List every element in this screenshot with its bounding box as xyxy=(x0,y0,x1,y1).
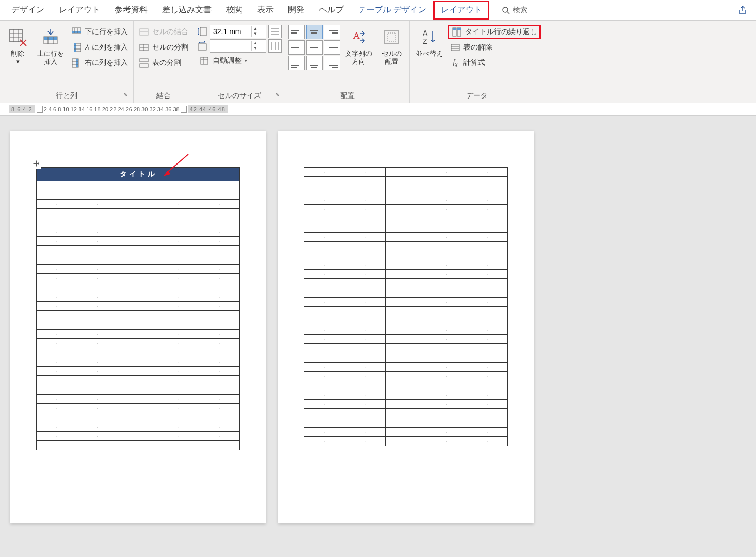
table-cell[interactable]: · xyxy=(199,227,240,237)
tab-references[interactable]: 参考資料 xyxy=(107,1,155,20)
table-cell[interactable]: · xyxy=(304,260,345,270)
table-cell[interactable]: · xyxy=(385,390,426,400)
table-cell[interactable]: · xyxy=(199,311,240,320)
table-cell[interactable]: · xyxy=(118,413,158,422)
table-cell[interactable]: · xyxy=(118,376,158,385)
width-up[interactable]: ▲ xyxy=(252,41,259,46)
table-cell[interactable]: · xyxy=(118,339,158,348)
table-cell[interactable]: · xyxy=(199,320,240,330)
width-down[interactable]: ▼ xyxy=(252,46,259,51)
table-cell[interactable]: · xyxy=(77,367,118,376)
table-cell[interactable]: · xyxy=(158,357,199,367)
table-cell[interactable]: · xyxy=(304,251,345,260)
table-cell[interactable]: · xyxy=(199,237,240,246)
align-top-left[interactable] xyxy=(288,25,305,39)
table-cell[interactable]: · xyxy=(426,288,467,298)
table-cell[interactable]: · xyxy=(467,353,508,363)
table-cell[interactable]: · xyxy=(304,372,345,381)
table-cell[interactable]: · xyxy=(467,418,508,428)
table-cell[interactable]: · xyxy=(385,344,426,353)
delete-button[interactable]: 削除▾ xyxy=(3,25,32,68)
table-cell[interactable]: · xyxy=(467,270,508,279)
table-cell[interactable]: · xyxy=(37,367,77,376)
table-cell[interactable]: · xyxy=(199,181,240,190)
table-cell[interactable]: · xyxy=(345,307,385,316)
table-cell[interactable]: · xyxy=(426,409,467,418)
table-cell[interactable]: · xyxy=(304,400,345,409)
table-cell[interactable]: · xyxy=(37,246,77,255)
table-cell[interactable]: · xyxy=(467,316,508,325)
table-cell[interactable]: · xyxy=(345,409,385,418)
search-box[interactable]: 検索 xyxy=(502,6,527,15)
table-cell[interactable]: · xyxy=(158,274,199,283)
table-cell[interactable]: · xyxy=(118,218,158,227)
table-cell[interactable]: · xyxy=(118,348,158,357)
table-cell[interactable]: · xyxy=(37,181,77,190)
table-cell[interactable]: · xyxy=(158,376,199,385)
table-cell[interactable]: · xyxy=(426,316,467,325)
table-cell[interactable]: · xyxy=(426,390,467,400)
table-cell[interactable]: · xyxy=(304,205,345,214)
table-cell[interactable]: · xyxy=(345,205,385,214)
table-cell[interactable]: · xyxy=(77,348,118,357)
table-cell[interactable]: · xyxy=(77,404,118,413)
ruler-indent-marker-left[interactable] xyxy=(37,106,43,113)
table-cell[interactable]: · xyxy=(199,404,240,413)
table-cell[interactable]: · xyxy=(77,413,118,422)
table-header[interactable]: タイトル xyxy=(37,168,240,181)
table-cell[interactable]: · xyxy=(199,218,240,227)
table-cell[interactable]: · xyxy=(385,233,426,242)
table-cell[interactable]: · xyxy=(426,372,467,381)
insert-right-button[interactable]: 右に列を挿入 xyxy=(69,56,130,70)
table-cell[interactable]: · xyxy=(37,190,77,200)
col-width-field[interactable] xyxy=(210,42,251,50)
row-height-input[interactable]: ▲▼ xyxy=(210,25,266,38)
table-cell[interactable]: · xyxy=(77,320,118,330)
table-cell[interactable]: · xyxy=(77,181,118,190)
table-cell[interactable]: · xyxy=(467,288,508,298)
height-up[interactable]: ▲ xyxy=(252,26,259,31)
table-cell[interactable]: · xyxy=(467,307,508,316)
table-cell[interactable]: · xyxy=(118,320,158,330)
table-cell[interactable]: · xyxy=(158,311,199,320)
table-cell[interactable]: · xyxy=(385,325,426,335)
table-cell[interactable]: · xyxy=(158,404,199,413)
align-top-center[interactable] xyxy=(306,25,323,39)
table-cell[interactable]: · xyxy=(304,428,345,437)
merge-cells-button[interactable]: セルの結合 xyxy=(137,25,190,39)
row-height-field[interactable] xyxy=(210,27,251,36)
table-cell[interactable]: · xyxy=(426,400,467,409)
table-cell[interactable]: · xyxy=(118,265,158,274)
table-cell[interactable]: · xyxy=(158,395,199,404)
table-cell[interactable]: · xyxy=(199,441,240,450)
autofit-button[interactable]: 自動調整 ▾ xyxy=(197,54,282,68)
table-cell[interactable]: · xyxy=(304,233,345,242)
table-cell[interactable]: · xyxy=(385,223,426,233)
table-cell[interactable]: · xyxy=(77,218,118,227)
table-cell[interactable]: · xyxy=(426,214,467,223)
table-cell[interactable]: · xyxy=(304,214,345,223)
table-cell[interactable]: · xyxy=(158,218,199,227)
table-cell[interactable]: · xyxy=(304,409,345,418)
table-cell[interactable]: · xyxy=(199,348,240,357)
table-cell[interactable]: · xyxy=(467,409,508,418)
table-cell[interactable]: · xyxy=(345,316,385,325)
table-cell[interactable]: · xyxy=(304,390,345,400)
table-cell[interactable]: · xyxy=(426,363,467,372)
align-bot-right[interactable] xyxy=(324,56,340,70)
table-cell[interactable]: · xyxy=(426,325,467,335)
table-cell[interactable]: · xyxy=(37,422,77,432)
formula-button[interactable]: fx 計算式 xyxy=(448,56,541,70)
table-cell[interactable]: · xyxy=(158,265,199,274)
table-cell[interactable]: · xyxy=(467,260,508,270)
table-cell[interactable]: · xyxy=(426,242,467,251)
table-cell[interactable]: · xyxy=(467,233,508,242)
table-cell[interactable]: · xyxy=(467,177,508,186)
table-cell[interactable]: · xyxy=(345,233,385,242)
table-cell[interactable]: · xyxy=(118,255,158,265)
table-cell[interactable]: · xyxy=(77,265,118,274)
table-cell[interactable]: · xyxy=(345,390,385,400)
table-cell[interactable]: · xyxy=(467,251,508,260)
table-cell[interactable]: · xyxy=(385,335,426,344)
table-cell[interactable]: · xyxy=(426,307,467,316)
